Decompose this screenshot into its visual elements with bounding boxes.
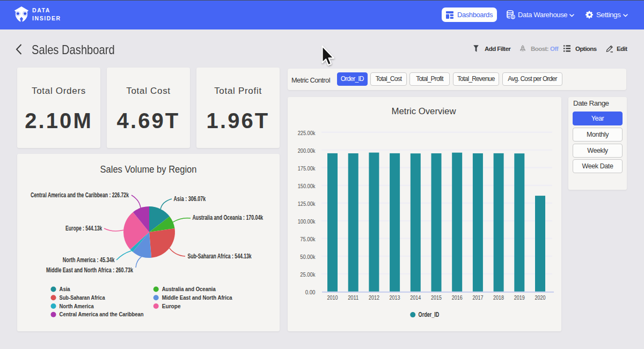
svg-text:2010: 2010 <box>327 294 338 301</box>
svg-text:2015: 2015 <box>431 294 442 301</box>
svg-text:50.00k: 50.00k <box>300 254 316 260</box>
svg-text:100.00k: 100.00k <box>298 218 316 225</box>
svg-text:North America : 45.34k: North America : 45.34k <box>63 256 115 264</box>
svg-text:125.00k: 125.00k <box>298 201 316 207</box>
svg-text:225.00k: 225.00k <box>298 130 316 136</box>
svg-text:2011: 2011 <box>348 294 358 301</box>
svg-text:Middle East and North Africa: Middle East and North Africa <box>162 294 233 301</box>
svg-text:Sales Volume by Region: Sales Volume by Region <box>100 164 197 175</box>
svg-text:25.00k: 25.00k <box>300 271 316 278</box>
svg-text:Europe: Europe <box>162 303 181 309</box>
svg-text:2020: 2020 <box>535 294 546 301</box>
svg-text:Middle East and North Africa :: Middle East and North Africa : 260.73k <box>46 266 133 274</box>
svg-text:Sub-Saharan Africa: Sub-Saharan Africa <box>60 294 105 301</box>
svg-text:Australia and Oceania : 170.04: Australia and Oceania : 170.04k <box>193 214 264 221</box>
svg-text:Central America and the Caribb: Central America and the Caribbean : 226.… <box>31 191 129 199</box>
svg-text:Australia and Oceania: Australia and Oceania <box>162 286 216 292</box>
svg-text:2016: 2016 <box>452 294 463 301</box>
svg-text:175.00k: 175.00k <box>298 165 316 172</box>
svg-text:Central America and the Caribb: Central America and the Caribbean <box>60 311 144 317</box>
svg-text:North America: North America <box>60 303 94 309</box>
svg-text:2018: 2018 <box>493 294 504 301</box>
svg-text:Europe : 544.13k: Europe : 544.13k <box>65 225 102 232</box>
svg-text:2012: 2012 <box>369 294 379 301</box>
svg-text:0.00: 0.00 <box>305 289 316 295</box>
svg-text:150.00k: 150.00k <box>298 183 316 189</box>
svg-text:Sub-Saharan Africa : 544.13k: Sub-Saharan Africa : 544.13k <box>187 253 252 260</box>
svg-text:2017: 2017 <box>472 294 483 301</box>
svg-text:Asia: Asia <box>60 286 70 292</box>
svg-text:200.00k: 200.00k <box>298 147 316 154</box>
svg-text:2019: 2019 <box>514 294 525 301</box>
svg-text:Order_ID: Order_ID <box>419 311 440 318</box>
svg-text:Asia : 306.07k: Asia : 306.07k <box>174 195 206 203</box>
svg-text:75.00k: 75.00k <box>300 236 316 242</box>
svg-text:Metric Overview: Metric Overview <box>392 106 457 116</box>
svg-text:2014: 2014 <box>410 294 421 301</box>
svg-text:2013: 2013 <box>390 294 400 301</box>
